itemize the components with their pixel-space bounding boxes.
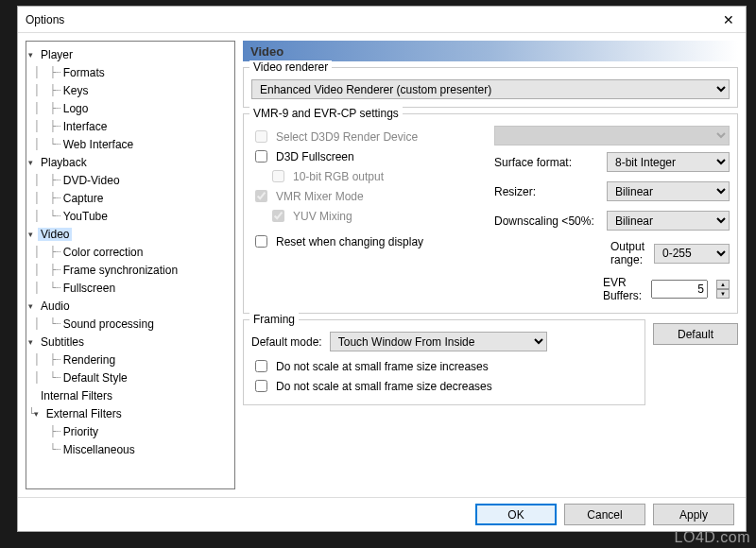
vmr-mixer-checkbox: [255, 190, 267, 202]
dialog-footer: OK Cancel Apply: [18, 497, 746, 531]
tree-child[interactable]: │ ├┈Capture: [28, 189, 232, 207]
evr-buffers-spinner[interactable]: ▲▼: [716, 280, 730, 299]
no-scale-inc-checkbox[interactable]: [255, 360, 267, 372]
video-renderer-group: Video renderer Enhanced Video Renderer (…: [243, 67, 738, 108]
apply-button[interactable]: Apply: [653, 504, 734, 525]
d3d-fullscreen-checkbox[interactable]: [255, 150, 267, 163]
tree-parent[interactable]: ▾Audio: [28, 297, 232, 315]
no-scale-dec-checkbox[interactable]: [255, 380, 267, 392]
default-mode-label: Default mode:: [251, 335, 322, 349]
tree-child[interactable]: │ └┈Default Style: [28, 368, 232, 386]
tree-child[interactable]: │ ├┈Logo: [28, 99, 232, 117]
renderer-select[interactable]: Enhanced Video Renderer (custom presente…: [251, 79, 730, 99]
tree-child[interactable]: │ ├┈Keys: [28, 81, 232, 99]
surface-format-label: Surface format:: [494, 156, 601, 169]
tree-child[interactable]: │ └┈Fullscreen: [28, 279, 232, 297]
vmr-group: VMR-9 and EVR-CP settings Select D3D9 Re…: [243, 113, 738, 314]
vmr-mixer-label: VMR Mixer Mode: [276, 190, 364, 203]
downscaling-label: Downscaling <50%:: [494, 214, 601, 228]
d3d-fullscreen-label: D3D Fullscreen: [276, 150, 354, 163]
tree-child[interactable]: └┈Miscellaneous: [28, 440, 232, 458]
surface-format-select[interactable]: 8-bit Integer: [607, 152, 730, 172]
tree-child[interactable]: │ └┈Web Interface: [28, 135, 232, 153]
resizer-select[interactable]: Bilinear: [607, 181, 730, 201]
window-title: Options: [26, 13, 64, 26]
yuv-label: YUV Mixing: [293, 210, 352, 223]
tree-child[interactable]: ├┈Priority: [28, 422, 232, 440]
tree-parent[interactable]: └▾External Filters: [28, 404, 232, 422]
evr-buffers-input[interactable]: [651, 280, 708, 299]
tree-child[interactable]: │ ├┈Frame synchronization: [28, 261, 232, 279]
d3d9-device-select: [494, 126, 730, 146]
close-icon[interactable]: ✕: [719, 12, 738, 27]
reset-display-checkbox[interactable]: [255, 235, 267, 248]
options-window: Options ✕ ▾Player │ ├┈Formats │ ├┈Keys │…: [17, 6, 747, 532]
group-title-framing: Framing: [249, 313, 299, 326]
d3d9-device-checkbox: [255, 130, 267, 143]
titlebar: Options ✕: [18, 7, 746, 33]
resizer-label: Resizer:: [494, 185, 601, 198]
rgb10-checkbox: [272, 170, 284, 182]
rgb10-label: 10-bit RGB output: [293, 170, 384, 183]
tree-parent[interactable]: ▾Player: [28, 45, 232, 63]
tree-parent[interactable]: ▾Subtitles: [28, 333, 232, 351]
tree-child[interactable]: │ ├┈Interface: [28, 117, 232, 135]
tree-child[interactable]: │ ├┈Formats: [28, 63, 232, 81]
default-mode-select[interactable]: Touch Window From Inside: [330, 332, 547, 351]
tree-parent[interactable]: ▾Video: [28, 225, 232, 243]
framing-group: Framing Default mode: Touch Window From …: [243, 319, 645, 405]
ok-button[interactable]: OK: [475, 504, 557, 525]
tree-child[interactable]: │ ├┈DVD-Video: [28, 171, 232, 189]
tree-child[interactable]: │ └┈YouTube: [28, 207, 232, 225]
output-range-label: Output range:: [610, 240, 644, 266]
nav-tree[interactable]: ▾Player │ ├┈Formats │ ├┈Keys │ ├┈Logo │ …: [26, 41, 235, 489]
downscaling-select[interactable]: Bilinear: [607, 211, 730, 231]
cancel-button[interactable]: Cancel: [564, 504, 645, 525]
no-scale-dec-label: Do not scale at small frame size decreas…: [276, 380, 492, 393]
reset-display-label: Reset when changing display: [276, 235, 423, 248]
watermark: LO4D.com: [675, 529, 750, 546]
main-panel: Video Video renderer Enhanced Video Rend…: [243, 41, 738, 489]
output-range-select[interactable]: 0-255: [654, 244, 730, 264]
group-title-renderer: Video renderer: [249, 60, 332, 74]
tree-child[interactable]: │ └┈Sound processing: [28, 315, 232, 333]
tree-child[interactable]: │ ├┈Color correction: [28, 243, 232, 261]
yuv-checkbox: [272, 210, 284, 222]
group-title-vmr: VMR-9 and EVR-CP settings: [249, 107, 403, 120]
d3d9-device-label: Select D3D9 Render Device: [276, 130, 418, 144]
default-button[interactable]: Default: [653, 323, 738, 345]
evr-buffers-label: EVR Buffers:: [603, 276, 642, 302]
page-heading: Video: [243, 41, 738, 61]
no-scale-inc-label: Do not scale at small frame size increas…: [276, 360, 489, 373]
tree-child[interactable]: │ ├┈Rendering: [28, 351, 232, 368]
tree-parent[interactable]: ▾Playback: [28, 153, 232, 171]
tree-parent[interactable]: Internal Filters: [28, 386, 232, 404]
